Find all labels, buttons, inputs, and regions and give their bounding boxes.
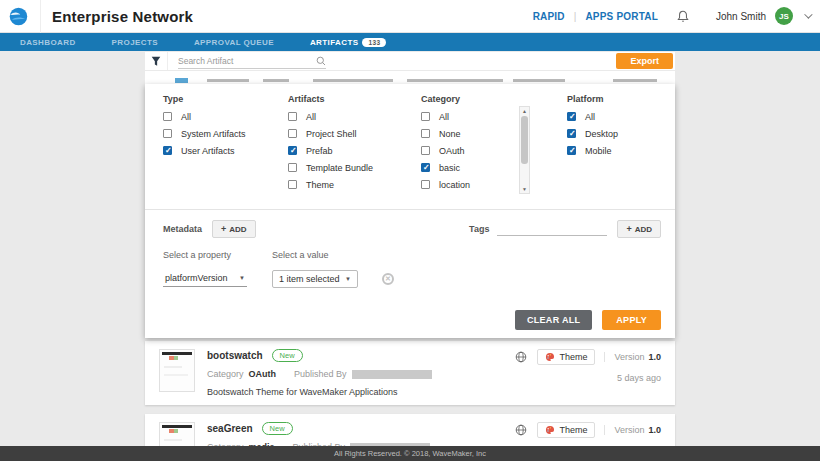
scroll-up-icon[interactable]: ▲	[520, 107, 529, 115]
nav-item-projects[interactable]: PROJECTS	[112, 38, 158, 47]
theme-chip: Theme	[537, 422, 595, 438]
value-select[interactable]: 1 item selected ▼	[272, 270, 358, 288]
published-by-label: Published By	[294, 369, 347, 379]
category-value: OAuth	[249, 369, 277, 379]
checkbox-row[interactable]: All	[567, 112, 661, 121]
checkbox[interactable]	[163, 146, 172, 155]
tags-add-button[interactable]: + ADD	[617, 220, 661, 238]
obscured-row-fragment	[175, 78, 188, 83]
export-button[interactable]: Export	[616, 53, 673, 69]
category-label: Category	[207, 369, 244, 379]
checkbox[interactable]	[567, 112, 576, 121]
plus-icon: +	[626, 224, 631, 234]
search-field-wrap	[178, 54, 326, 69]
checkbox-row[interactable]: Mobile	[567, 146, 661, 155]
select-property-label: Select a property	[163, 250, 272, 260]
main-nav: DASHBOARD PROJECTS APPROVAL QUEUE ARTIFA…	[0, 33, 820, 51]
nav-item-artifacts[interactable]: ARTIFACTS 133	[310, 38, 387, 47]
nav-item-dashboard[interactable]: DASHBOARD	[20, 38, 76, 47]
avatar[interactable]: JS	[775, 7, 793, 25]
version-value: 1.0	[648, 425, 661, 435]
checkbox[interactable]	[163, 112, 172, 121]
checkbox-row[interactable]: All	[163, 112, 288, 121]
checkbox-row[interactable]: User Artifacts	[163, 146, 288, 155]
checkbox[interactable]	[288, 146, 297, 155]
checkbox[interactable]	[421, 163, 430, 172]
version-value: 1.0	[648, 352, 661, 362]
checkbox-row[interactable]: Prefab	[288, 146, 421, 155]
property-select[interactable]: platformVersion ▼	[163, 271, 247, 287]
wavemaker-logo-icon[interactable]	[8, 6, 29, 27]
search-input[interactable]	[178, 56, 316, 66]
obscured-row-fragment	[263, 79, 289, 82]
checkbox[interactable]	[421, 129, 430, 138]
scroll-down-icon[interactable]: ▼	[520, 185, 529, 193]
caret-down-icon: ▼	[345, 276, 351, 282]
link-divider: |	[574, 11, 577, 22]
checkbox-row[interactable]: Project Shell	[288, 129, 421, 138]
page-title: Enterprise Network	[52, 8, 193, 25]
checkbox[interactable]	[288, 163, 297, 172]
user-name: John Smith	[716, 11, 766, 22]
theme-chip: Theme	[537, 349, 595, 365]
checkbox-row[interactable]: Template Bundle	[288, 163, 421, 172]
version-label: Version	[614, 425, 644, 435]
checkbox-row[interactable]: All	[421, 112, 513, 121]
remove-metadata-icon[interactable]: ✕	[382, 273, 394, 285]
filter-group-artifacts: Artifacts All Project Shell Prefab Templ…	[288, 92, 421, 197]
globe-icon	[515, 424, 527, 436]
obscured-row-fragment	[513, 79, 565, 82]
checkbox[interactable]	[288, 112, 297, 121]
new-badge: New	[262, 422, 293, 435]
checkbox-row[interactable]: Desktop	[567, 129, 661, 138]
apps-portal-link[interactable]: APPS PORTAL	[585, 11, 658, 22]
checkbox[interactable]	[421, 146, 430, 155]
checkbox-row[interactable]: System Artifacts	[163, 129, 288, 138]
checkbox[interactable]	[567, 129, 576, 138]
checkbox-row[interactable]: Theme	[288, 180, 421, 189]
caret-down-icon: ▼	[239, 275, 245, 281]
globe-icon	[515, 351, 527, 363]
tags-input[interactable]	[497, 222, 607, 236]
checkbox[interactable]	[288, 129, 297, 138]
artifact-title: seaGreen	[207, 423, 253, 434]
artifact-card-bootswatch[interactable]: bootswatch New Category OAuth Published …	[145, 341, 675, 405]
artifact-title: bootswatch	[207, 350, 263, 361]
tags-label: Tags	[469, 224, 489, 234]
panel-divider	[145, 209, 675, 210]
search-icon[interactable]	[316, 56, 326, 66]
checkbox-row[interactable]: OAuth	[421, 146, 513, 155]
app-header: Enterprise Network RAPID | APPS PORTAL J…	[0, 0, 820, 33]
nav-item-approval-queue[interactable]: APPROVAL QUEUE	[194, 38, 274, 47]
metadata-label: Metadata	[163, 224, 202, 234]
rapid-link[interactable]: RAPID	[533, 11, 565, 22]
published-age: 5 days ago	[617, 373, 661, 383]
filter-group-category: Category All None OAuth basic	[421, 92, 567, 197]
checkbox[interactable]	[163, 129, 172, 138]
checkbox-row[interactable]: location	[421, 180, 513, 189]
checkbox-row[interactable]: basic	[421, 163, 513, 172]
notifications-bell-icon[interactable]	[677, 10, 689, 23]
filter-funnel-icon[interactable]	[145, 52, 168, 70]
checkbox[interactable]	[567, 146, 576, 155]
checkbox-row[interactable]: None	[421, 129, 513, 138]
chevron-down-icon[interactable]	[804, 10, 812, 18]
checkbox[interactable]	[421, 112, 430, 121]
scrollbar-thumb[interactable]	[521, 116, 528, 164]
category-scrollbar[interactable]: ▲ ▼	[519, 106, 530, 194]
new-badge: New	[272, 349, 303, 362]
obscured-row	[145, 71, 675, 84]
obscured-row-fragment	[207, 79, 249, 82]
checkbox[interactable]	[421, 180, 430, 189]
apply-button[interactable]: APPLY	[602, 310, 661, 330]
publisher-redacted	[352, 370, 432, 379]
metadata-add-button[interactable]: + ADD	[212, 220, 256, 238]
content-area: Export Type All Syste	[0, 52, 820, 461]
obscured-row-fragment	[313, 79, 393, 82]
footer: All Rights Reserved. © 2018, WaveMaker, …	[0, 446, 820, 461]
version-label: Version	[614, 352, 644, 362]
filter-panel: Type All System Artifacts User Artifacts…	[145, 84, 675, 338]
checkbox[interactable]	[288, 180, 297, 189]
checkbox-row[interactable]: All	[288, 112, 421, 121]
clear-all-button[interactable]: CLEAR ALL	[515, 310, 592, 330]
